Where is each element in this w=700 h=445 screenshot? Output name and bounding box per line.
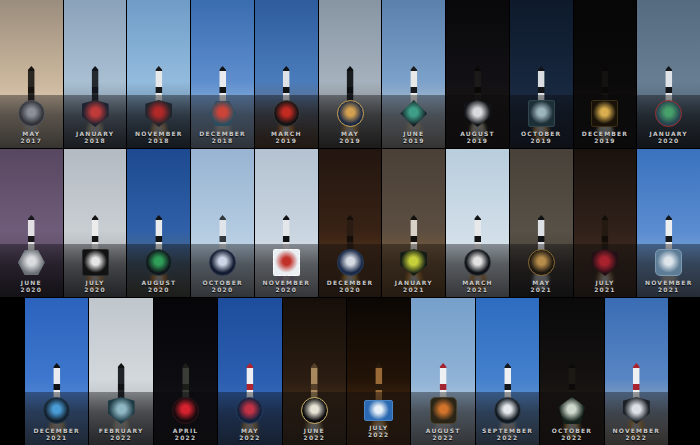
caption-band: NOVEMBER2021 xyxy=(637,244,700,297)
launch-year-label: 2022 xyxy=(368,431,390,438)
mission-patch-icon xyxy=(18,100,45,127)
launch-cell-november-2018: NOVEMBER2018 xyxy=(127,0,191,148)
launch-cell-january-2021: JANUARY2021 xyxy=(382,149,446,297)
mission-patch-icon xyxy=(236,397,263,424)
caption-band: OCTOBER2020 xyxy=(191,244,254,297)
launch-year-label: 2021 xyxy=(658,286,680,293)
launch-year-label: 2022 xyxy=(110,434,132,441)
row-2021-2022: DECEMBER2021FEBRUARY2022APRIL2022MAY2022… xyxy=(0,297,700,445)
launch-cell-february-2022: FEBRUARY2022 xyxy=(89,298,153,445)
launch-cell-june-2020: JUNE2020 xyxy=(0,149,64,297)
caption-band: FEBRUARY2022 xyxy=(89,392,152,445)
mission-patch-icon xyxy=(655,249,682,276)
mission-patch-icon xyxy=(209,100,236,127)
launch-year-label: 2019 xyxy=(530,137,552,144)
mission-patch-icon xyxy=(172,397,199,424)
mission-patch-icon xyxy=(145,249,172,276)
caption-band: SEPTEMBER2022 xyxy=(476,392,539,445)
mission-patch-icon xyxy=(464,100,491,127)
launch-month-label: AUGUST xyxy=(460,130,495,137)
mission-patch-icon xyxy=(400,249,427,276)
mission-patch-icon xyxy=(558,397,585,424)
caption-band: APRIL2022 xyxy=(154,392,217,445)
launch-year-label: 2022 xyxy=(561,434,583,441)
launch-month-label: JULY xyxy=(86,279,105,286)
launch-cell-january-2020: JANUARY2020 xyxy=(637,0,700,148)
launch-year-label: 2021 xyxy=(403,286,425,293)
mission-patch-icon xyxy=(655,100,682,127)
caption-band: MAY2017 xyxy=(0,95,63,148)
launch-month-label: JANUARY xyxy=(76,130,114,137)
launch-cell-november-2020: NOVEMBER2020 xyxy=(255,149,319,297)
launch-collage: MAY2017JANUARY2018NOVEMBER2018DECEMBER20… xyxy=(0,0,700,445)
launch-month-label: NOVEMBER xyxy=(135,130,183,137)
launch-month-label: MAY xyxy=(241,427,259,434)
launch-cell-november-2021: NOVEMBER2021 xyxy=(637,149,700,297)
launch-year-label: 2018 xyxy=(84,137,106,144)
launch-month-label: NOVEMBER xyxy=(613,427,661,434)
caption-band: MARCH2019 xyxy=(255,95,318,148)
launch-cell-october-2020: OCTOBER2020 xyxy=(191,149,255,297)
mission-patch-icon xyxy=(82,249,109,276)
launch-month-label: JUNE xyxy=(21,279,42,286)
launch-year-label: 2019 xyxy=(467,137,489,144)
mission-patch-icon xyxy=(430,397,457,424)
mission-patch-icon xyxy=(301,397,328,424)
launch-year-label: 2022 xyxy=(175,434,197,441)
caption-band: DECEMBER2021 xyxy=(25,392,88,445)
launch-month-label: SEPTEMBER xyxy=(482,427,533,434)
caption-band: DECEMBER2018 xyxy=(191,95,254,148)
launch-month-label: MAY xyxy=(22,130,40,137)
caption-band: OCTOBER2022 xyxy=(540,392,603,445)
launch-month-label: DECEMBER xyxy=(582,130,628,137)
launch-year-label: 2020 xyxy=(339,286,361,293)
launch-year-label: 2020 xyxy=(276,286,298,293)
caption-band: JANUARY2018 xyxy=(64,95,127,148)
caption-band: JULY2021 xyxy=(574,244,637,297)
caption-band: JANUARY2021 xyxy=(382,244,445,297)
mission-patch-icon xyxy=(43,397,70,424)
launch-year-label: 2021 xyxy=(530,286,552,293)
mission-patch-icon xyxy=(18,249,45,276)
launch-cell-july-2020: JULY2020 xyxy=(64,149,128,297)
launch-month-label: DECEMBER xyxy=(199,130,245,137)
launch-cell-december-2019: DECEMBER2019 xyxy=(574,0,638,148)
launch-cell-july-2021: JULY2021 xyxy=(574,149,638,297)
launch-month-label: NOVEMBER xyxy=(645,279,693,286)
launch-year-label: 2019 xyxy=(403,137,425,144)
launch-year-label: 2020 xyxy=(658,137,680,144)
caption-band: NOVEMBER2018 xyxy=(127,95,190,148)
launch-month-label: JUNE xyxy=(304,427,325,434)
mission-patch-icon xyxy=(337,100,364,127)
mission-patch-icon xyxy=(464,249,491,276)
launch-cell-may-2017: MAY2017 xyxy=(0,0,64,148)
mission-patch-icon xyxy=(273,249,300,276)
launch-cell-december-2020: DECEMBER2020 xyxy=(319,149,383,297)
launch-cell-october-2019: OCTOBER2019 xyxy=(510,0,574,148)
launch-cell-november-2022: NOVEMBER2022 xyxy=(605,298,668,445)
launch-year-label: 2022 xyxy=(497,434,519,441)
mission-patch-icon xyxy=(108,397,135,424)
launch-cell-april-2022: APRIL2022 xyxy=(154,298,218,445)
launch-month-label: JANUARY xyxy=(650,130,688,137)
caption-band: AUGUST2020 xyxy=(127,244,190,297)
mission-patch-icon xyxy=(209,249,236,276)
launch-month-label: OCTOBER xyxy=(521,130,561,137)
caption-band: JULY2020 xyxy=(64,244,127,297)
launch-cell-july-2022: JULY2022 xyxy=(347,298,411,445)
launch-month-label: JULY xyxy=(369,424,388,431)
launch-cell-december-2021: DECEMBER2021 xyxy=(25,298,89,445)
launch-year-label: 2019 xyxy=(594,137,616,144)
launch-year-label: 2021 xyxy=(467,286,489,293)
launch-cell-september-2022: SEPTEMBER2022 xyxy=(476,298,540,445)
launch-cell-june-2019: JUNE2019 xyxy=(382,0,446,148)
launch-cell-may-2022: MAY2022 xyxy=(218,298,282,445)
launch-cell-october-2022: OCTOBER2022 xyxy=(540,298,604,445)
mission-patch-icon xyxy=(82,100,109,127)
mission-patch-icon xyxy=(591,100,618,127)
launch-cell-may-2021: MAY2021 xyxy=(510,149,574,297)
launch-month-label: FEBRUARY xyxy=(99,427,144,434)
launch-month-label: OCTOBER xyxy=(552,427,592,434)
mission-patch-icon xyxy=(494,397,521,424)
mission-patch-icon xyxy=(528,100,555,127)
